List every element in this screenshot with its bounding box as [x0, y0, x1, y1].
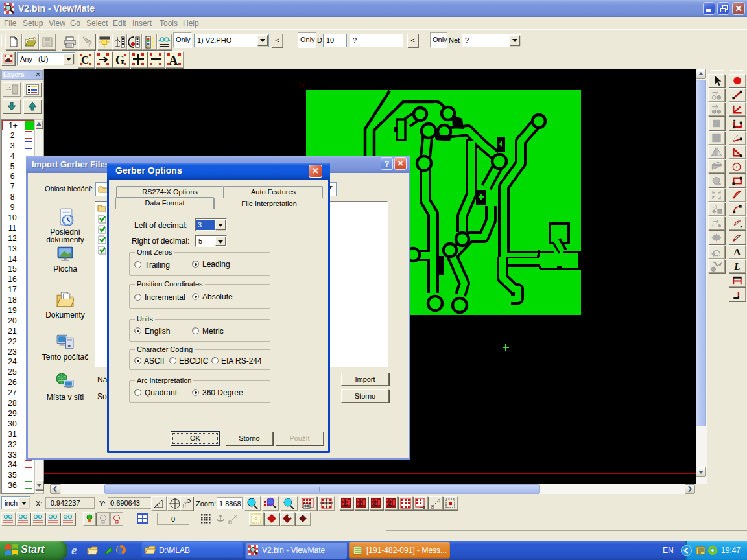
svg-text:A: A	[169, 53, 178, 67]
svg-text:L: L	[733, 261, 740, 272]
svg-text:A: A	[733, 246, 741, 257]
svg-text:?: ?	[87, 39, 92, 49]
svg-text:C: C	[81, 54, 89, 66]
svg-text:G: G	[115, 54, 124, 67]
